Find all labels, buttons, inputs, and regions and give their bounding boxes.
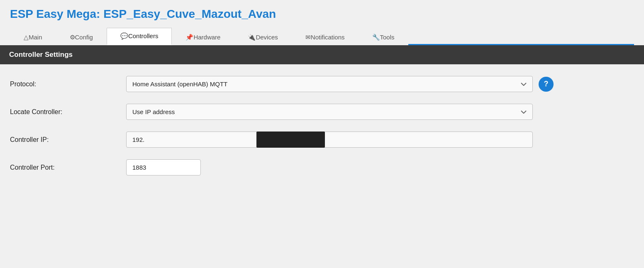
protocol-select[interactable]: Home Assistant (openHAB) MQTT Domoticz H… (126, 76, 533, 92)
controller-port-wrap (126, 159, 634, 175)
locate-controller-row: Locate Controller: Use IP address Use mD… (10, 104, 634, 120)
controller-ip-wrap (126, 132, 634, 148)
protocol-help-button[interactable]: ? (539, 77, 554, 92)
locate-controller-select[interactable]: Use IP address Use mDNS (126, 104, 533, 120)
controller-port-input[interactable] (126, 159, 201, 175)
protocol-label: Protocol: (10, 80, 126, 88)
tab-tools-label: 🔧Tools (372, 34, 395, 41)
controller-ip-input[interactable] (126, 132, 533, 148)
tab-hardware-label: 📌Hardware (185, 34, 220, 41)
section-header: Controller Settings (0, 45, 644, 64)
tab-controllers-label: 💬Controllers (120, 32, 159, 39)
tab-controllers[interactable]: 💬Controllers (107, 28, 172, 45)
header: ESP Easy Mega: ESP_Easy_Cuve_Mazout_Avan… (0, 0, 644, 45)
tab-config-label: ⚙Config (70, 34, 93, 41)
controller-ip-label: Controller IP: (10, 136, 126, 144)
tab-notifications-label: ✉Notifications (305, 34, 345, 41)
tab-tools[interactable]: 🔧Tools (359, 29, 408, 45)
tab-config[interactable]: ⚙Config (56, 29, 107, 45)
protocol-control-wrap: Home Assistant (openHAB) MQTT Domoticz H… (126, 76, 634, 92)
tab-main-label: △Main (24, 34, 42, 41)
tab-devices-label: 🔌Devices (248, 34, 278, 41)
tab-devices[interactable]: 🔌Devices (234, 29, 291, 45)
locate-controller-wrap: Use IP address Use mDNS (126, 104, 634, 120)
nav-tabs: △Main ⚙Config 💬Controllers 📌Hardware 🔌De… (10, 27, 634, 45)
controller-port-label: Controller Port: (10, 164, 126, 171)
tab-notifications[interactable]: ✉Notifications (292, 29, 359, 45)
tab-main[interactable]: △Main (10, 29, 56, 45)
controller-port-row: Controller Port: (10, 159, 634, 175)
content-area: Controller Settings Protocol: Home Assis… (0, 45, 644, 199)
form-area: Protocol: Home Assistant (openHAB) MQTT … (0, 64, 644, 199)
tab-hardware[interactable]: 📌Hardware (172, 29, 234, 45)
controller-ip-row: Controller IP: (10, 132, 634, 148)
protocol-row: Protocol: Home Assistant (openHAB) MQTT … (10, 76, 634, 92)
locate-controller-label: Locate Controller: (10, 108, 126, 116)
page-wrapper: ESP Easy Mega: ESP_Easy_Cuve_Mazout_Avan… (0, 0, 644, 268)
page-title: ESP Easy Mega: ESP_Easy_Cuve_Mazout_Avan (10, 7, 634, 21)
